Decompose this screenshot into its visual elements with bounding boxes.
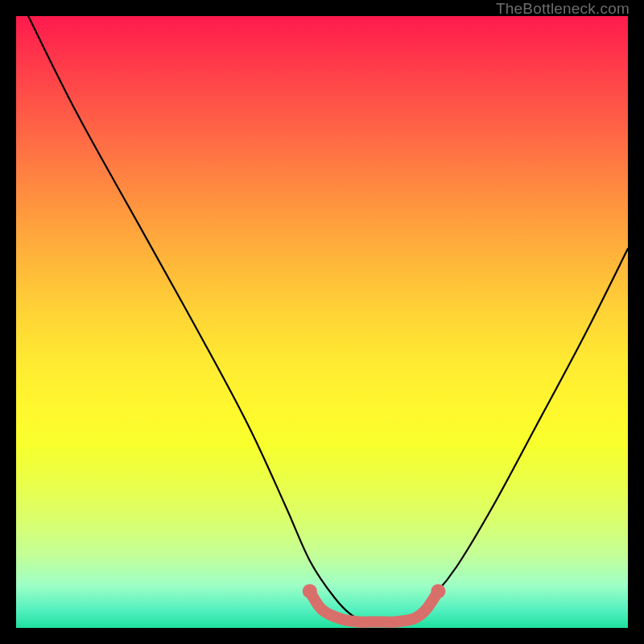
optimal-band-end-dot [431, 584, 445, 598]
attribution-label: TheBottleneck.com [496, 0, 630, 18]
chart-frame: TheBottleneck.com [0, 0, 644, 644]
curve-svg [16, 16, 628, 628]
optimal-band-path [310, 591, 439, 621]
bottleneck-curve-path [28, 16, 628, 622]
optimal-band-start-dot [303, 584, 317, 598]
plot-area [16, 16, 628, 628]
